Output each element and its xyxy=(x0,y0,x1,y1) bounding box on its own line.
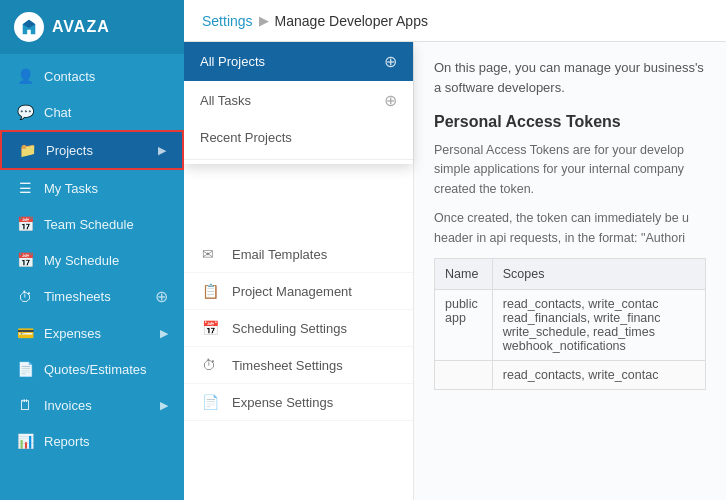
timesheets-icon: ⏱ xyxy=(16,288,34,306)
table-row: public app read_contacts, write_contac r… xyxy=(435,289,706,360)
sidebar-label: Expenses xyxy=(44,326,160,341)
sidebar: AVAZA 👤 Contacts 💬 Chat 📁 Projects ▶ ☰ M… xyxy=(0,0,184,500)
my-tasks-icon: ☰ xyxy=(16,179,34,197)
chat-icon: 💬 xyxy=(16,103,34,121)
all-tasks-plus-icon[interactable]: ⊕ xyxy=(384,91,397,110)
all-projects-label: All Projects xyxy=(200,54,384,69)
expenses-icon: 💳 xyxy=(16,324,34,342)
reports-icon: 📊 xyxy=(16,432,34,450)
sidebar-label: Team Schedule xyxy=(44,217,168,232)
right-panel: On this page, you can manage your busine… xyxy=(414,42,726,500)
timesheet-settings-label: Timesheet Settings xyxy=(232,358,343,373)
my-schedule-icon: 📅 xyxy=(16,251,34,269)
token-name xyxy=(435,360,493,389)
settings-menu-scheduling-settings[interactable]: 📅 Scheduling Settings xyxy=(184,310,413,347)
settings-menu-timesheet-settings[interactable]: ⏱ Timesheet Settings xyxy=(184,347,413,384)
expense-settings-icon: 📄 xyxy=(202,394,222,410)
top-bar: Settings ▶ Manage Developer Apps xyxy=(184,0,726,42)
token-name: public app xyxy=(435,289,493,360)
project-management-icon: 📋 xyxy=(202,283,222,299)
timesheets-plus-icon: ⊕ xyxy=(155,287,168,306)
email-templates-label: Email Templates xyxy=(232,247,327,262)
breadcrumb-separator: ▶ xyxy=(259,13,269,28)
dropdown-item-recent-projects[interactable]: Recent Projects xyxy=(184,120,413,155)
token-scopes: read_contacts, write_contac xyxy=(492,360,705,389)
project-management-label: Project Management xyxy=(232,284,352,299)
sidebar-nav: 👤 Contacts 💬 Chat 📁 Projects ▶ ☰ My Task… xyxy=(0,54,184,500)
table-row: read_contacts, write_contac xyxy=(435,360,706,389)
quotes-icon: 📄 xyxy=(16,360,34,378)
logo-icon xyxy=(14,12,44,42)
section-title: Personal Access Tokens xyxy=(434,113,706,131)
sidebar-label: Quotes/Estimates xyxy=(44,362,168,377)
contacts-icon: 👤 xyxy=(16,67,34,85)
projects-icon: 📁 xyxy=(18,141,36,159)
all-projects-plus-icon[interactable]: ⊕ xyxy=(384,52,397,71)
team-schedule-icon: 📅 xyxy=(16,215,34,233)
table-header-scopes: Scopes xyxy=(492,258,705,289)
breadcrumb-current: Manage Developer Apps xyxy=(275,13,428,29)
timesheet-settings-icon: ⏱ xyxy=(202,357,222,373)
sidebar-label: Projects xyxy=(46,143,158,158)
main-area: Settings ▶ Manage Developer Apps 🔑 Avaza… xyxy=(184,0,726,500)
tokens-table: Name Scopes public app read_contacts, wr… xyxy=(434,258,706,390)
sidebar-label: Invoices xyxy=(44,398,160,413)
recent-projects-label: Recent Projects xyxy=(200,130,397,145)
intro-text: On this page, you can manage your busine… xyxy=(434,58,706,97)
scheduling-settings-icon: 📅 xyxy=(202,320,222,336)
invoices-icon: 🗒 xyxy=(16,396,34,414)
breadcrumb: Settings ▶ Manage Developer Apps xyxy=(202,13,428,29)
sidebar-item-my-tasks[interactable]: ☰ My Tasks xyxy=(0,170,184,206)
app-logo[interactable]: AVAZA xyxy=(0,0,184,54)
settings-menu-email-templates[interactable]: ✉ Email Templates xyxy=(184,236,413,273)
sidebar-item-timesheets[interactable]: ⏱ Timesheets ⊕ xyxy=(0,278,184,315)
breadcrumb-settings[interactable]: Settings xyxy=(202,13,253,29)
sidebar-item-expenses[interactable]: 💳 Expenses ▶ xyxy=(0,315,184,351)
expense-settings-label: Expense Settings xyxy=(232,395,333,410)
email-templates-icon: ✉ xyxy=(202,246,222,262)
sidebar-item-invoices[interactable]: 🗒 Invoices ▶ xyxy=(0,387,184,423)
expenses-arrow-icon: ▶ xyxy=(160,327,168,340)
settings-menu-project-management[interactable]: 📋 Project Management xyxy=(184,273,413,310)
projects-dropdown: All Projects ⊕ All Tasks ⊕ Recent Projec… xyxy=(184,42,413,164)
all-tasks-label: All Tasks xyxy=(200,93,384,108)
sidebar-label: Contacts xyxy=(44,69,168,84)
section-desc-1: Personal Access Tokens are for your deve… xyxy=(434,141,706,199)
projects-arrow: ▶ xyxy=(158,144,166,157)
sidebar-label: My Schedule xyxy=(44,253,168,268)
settings-menu-expense-settings[interactable]: 📄 Expense Settings xyxy=(184,384,413,421)
section-desc-2: Once created, the token can immediately … xyxy=(434,209,706,248)
sidebar-item-contacts[interactable]: 👤 Contacts xyxy=(0,58,184,94)
token-scopes: read_contacts, write_contac read_financi… xyxy=(492,289,705,360)
sidebar-label: Reports xyxy=(44,434,168,449)
left-panel: 🔑 Avaza Subscription ⚙ General All Proje… xyxy=(184,42,414,500)
app-name: AVAZA xyxy=(52,18,110,36)
invoices-arrow-icon: ▶ xyxy=(160,399,168,412)
dropdown-divider xyxy=(184,159,413,160)
table-header-name: Name xyxy=(435,258,493,289)
sidebar-item-chat[interactable]: 💬 Chat xyxy=(0,94,184,130)
sidebar-label: Timesheets xyxy=(44,289,155,304)
sidebar-item-reports[interactable]: 📊 Reports xyxy=(0,423,184,459)
sidebar-label: Chat xyxy=(44,105,168,120)
scheduling-settings-label: Scheduling Settings xyxy=(232,321,347,336)
dropdown-item-all-tasks[interactable]: All Tasks ⊕ xyxy=(184,81,413,120)
sidebar-item-projects[interactable]: 📁 Projects ▶ xyxy=(0,130,184,170)
dropdown-item-all-projects[interactable]: All Projects ⊕ xyxy=(184,42,413,81)
content-area: 🔑 Avaza Subscription ⚙ General All Proje… xyxy=(184,42,726,500)
sidebar-item-my-schedule[interactable]: 📅 My Schedule xyxy=(0,242,184,278)
sidebar-item-team-schedule[interactable]: 📅 Team Schedule xyxy=(0,206,184,242)
sidebar-item-quotes[interactable]: 📄 Quotes/Estimates xyxy=(0,351,184,387)
sidebar-label: My Tasks xyxy=(44,181,168,196)
